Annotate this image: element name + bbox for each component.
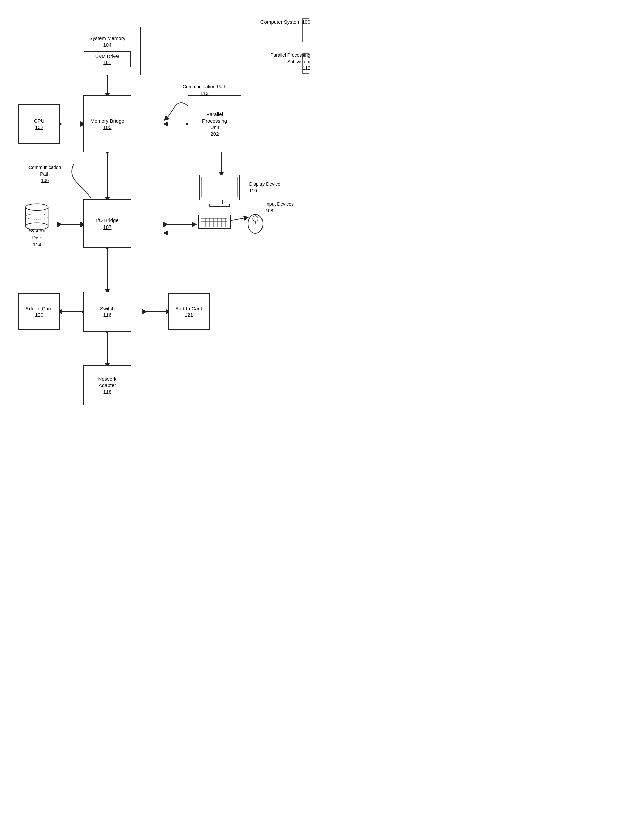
computer-system-bracket <box>301 17 311 43</box>
diagram: Computer System 100 Parallel ProcessingS… <box>0 0 320 420</box>
add-in-card-121-box: Add-In Card121 <box>168 293 209 330</box>
svg-point-32 <box>26 204 48 210</box>
mouse-icon <box>246 210 265 234</box>
uvm-driver-box: UVM Driver101 <box>84 51 131 67</box>
svg-rect-14 <box>202 177 237 197</box>
cpu-box: CPU102 <box>18 104 60 144</box>
ppu-box: ParallelProcessingUnit 202 <box>188 95 242 153</box>
network-adapter-box: NetworkAdapter118 <box>83 365 131 405</box>
display-device-label: Display Device110 <box>249 181 280 194</box>
system-disk-label: SystemDisk114 <box>29 227 45 248</box>
switch-box: Switch116 <box>83 292 131 332</box>
input-devices-label: Input Devices108 <box>265 201 294 214</box>
pps-bracket <box>301 52 311 75</box>
system-memory-box: System Memory104 UVM Driver101 <box>74 27 141 75</box>
comm-path-113-label: Communication Path113 <box>183 84 226 97</box>
add-in-card-120-box: Add-In Card120 <box>18 293 60 330</box>
svg-rect-16 <box>209 204 230 207</box>
monitor-icon <box>198 174 245 209</box>
io-bridge-box: I/O Bridge107 <box>83 199 131 248</box>
memory-bridge-box: Memory Bridge105 <box>83 95 131 153</box>
system-disk-box: SystemDisk114 <box>15 201 59 248</box>
svg-point-30 <box>253 216 258 222</box>
comm-path-106-label: CommunicationPath106 <box>29 164 61 184</box>
keyboard-icon <box>198 214 231 230</box>
